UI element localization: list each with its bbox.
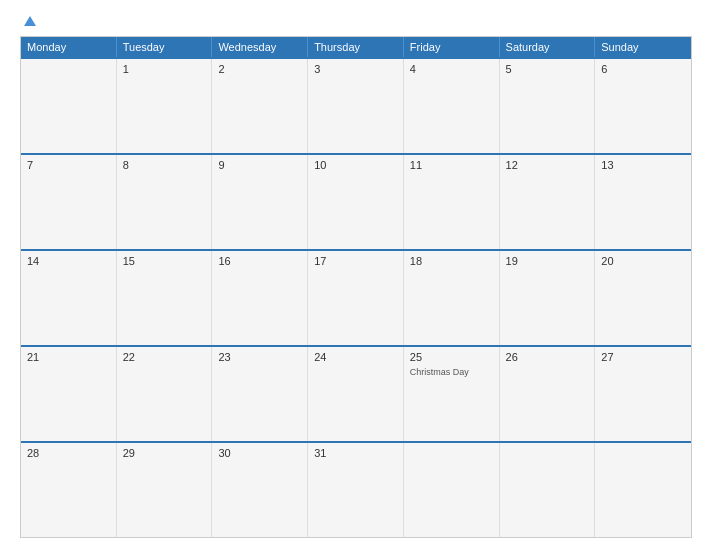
cal-cell bbox=[21, 59, 117, 153]
logo-blue-text bbox=[20, 16, 36, 26]
cal-cell: 8 bbox=[117, 155, 213, 249]
day-number: 18 bbox=[410, 255, 493, 267]
day-number: 30 bbox=[218, 447, 301, 459]
day-number: 15 bbox=[123, 255, 206, 267]
cal-cell: 28 bbox=[21, 443, 117, 537]
calendar-header-row: MondayTuesdayWednesdayThursdayFridaySatu… bbox=[21, 37, 691, 57]
cal-header-sunday: Sunday bbox=[595, 37, 691, 57]
calendar-week-3: 14151617181920 bbox=[21, 249, 691, 345]
day-number: 24 bbox=[314, 351, 397, 363]
day-number: 28 bbox=[27, 447, 110, 459]
day-number: 13 bbox=[601, 159, 685, 171]
day-number: 9 bbox=[218, 159, 301, 171]
day-number: 3 bbox=[314, 63, 397, 75]
cal-header-thursday: Thursday bbox=[308, 37, 404, 57]
cal-cell: 27 bbox=[595, 347, 691, 441]
day-number: 31 bbox=[314, 447, 397, 459]
cal-cell: 2 bbox=[212, 59, 308, 153]
cal-cell: 9 bbox=[212, 155, 308, 249]
cal-cell: 19 bbox=[500, 251, 596, 345]
cal-cell: 21 bbox=[21, 347, 117, 441]
header bbox=[20, 16, 692, 26]
cal-cell: 1 bbox=[117, 59, 213, 153]
logo-triangle-icon bbox=[24, 16, 36, 26]
day-event: Christmas Day bbox=[410, 367, 493, 377]
day-number: 8 bbox=[123, 159, 206, 171]
cal-cell: 11 bbox=[404, 155, 500, 249]
day-number: 7 bbox=[27, 159, 110, 171]
cal-cell: 17 bbox=[308, 251, 404, 345]
day-number: 5 bbox=[506, 63, 589, 75]
cal-cell bbox=[404, 443, 500, 537]
day-number: 21 bbox=[27, 351, 110, 363]
calendar-page: MondayTuesdayWednesdayThursdayFridaySatu… bbox=[0, 0, 712, 550]
day-number: 23 bbox=[218, 351, 301, 363]
cal-cell: 13 bbox=[595, 155, 691, 249]
cal-cell: 5 bbox=[500, 59, 596, 153]
cal-cell: 20 bbox=[595, 251, 691, 345]
cal-header-saturday: Saturday bbox=[500, 37, 596, 57]
cal-cell: 26 bbox=[500, 347, 596, 441]
cal-cell: 3 bbox=[308, 59, 404, 153]
cal-cell: 29 bbox=[117, 443, 213, 537]
cal-cell: 18 bbox=[404, 251, 500, 345]
day-number: 6 bbox=[601, 63, 685, 75]
day-number: 12 bbox=[506, 159, 589, 171]
cal-cell: 22 bbox=[117, 347, 213, 441]
cal-cell: 25Christmas Day bbox=[404, 347, 500, 441]
cal-cell bbox=[595, 443, 691, 537]
cal-cell: 14 bbox=[21, 251, 117, 345]
cal-cell: 15 bbox=[117, 251, 213, 345]
cal-cell: 4 bbox=[404, 59, 500, 153]
cal-cell: 30 bbox=[212, 443, 308, 537]
cal-cell: 31 bbox=[308, 443, 404, 537]
calendar-week-4: 2122232425Christmas Day2627 bbox=[21, 345, 691, 441]
day-number: 29 bbox=[123, 447, 206, 459]
cal-cell: 24 bbox=[308, 347, 404, 441]
day-number: 17 bbox=[314, 255, 397, 267]
calendar-grid: MondayTuesdayWednesdayThursdayFridaySatu… bbox=[20, 36, 692, 538]
cal-cell: 7 bbox=[21, 155, 117, 249]
day-number: 26 bbox=[506, 351, 589, 363]
cal-cell: 6 bbox=[595, 59, 691, 153]
cal-cell bbox=[500, 443, 596, 537]
cal-header-monday: Monday bbox=[21, 37, 117, 57]
logo bbox=[20, 16, 36, 26]
day-number: 1 bbox=[123, 63, 206, 75]
calendar-week-1: 123456 bbox=[21, 57, 691, 153]
day-number: 16 bbox=[218, 255, 301, 267]
cal-header-wednesday: Wednesday bbox=[212, 37, 308, 57]
calendar-week-5: 28293031 bbox=[21, 441, 691, 537]
day-number: 20 bbox=[601, 255, 685, 267]
cal-cell: 12 bbox=[500, 155, 596, 249]
day-number: 22 bbox=[123, 351, 206, 363]
cal-header-tuesday: Tuesday bbox=[117, 37, 213, 57]
day-number: 14 bbox=[27, 255, 110, 267]
cal-header-friday: Friday bbox=[404, 37, 500, 57]
day-number: 11 bbox=[410, 159, 493, 171]
day-number: 27 bbox=[601, 351, 685, 363]
day-number: 10 bbox=[314, 159, 397, 171]
day-number: 4 bbox=[410, 63, 493, 75]
day-number: 2 bbox=[218, 63, 301, 75]
day-number: 19 bbox=[506, 255, 589, 267]
cal-cell: 16 bbox=[212, 251, 308, 345]
calendar-week-2: 78910111213 bbox=[21, 153, 691, 249]
day-number: 25 bbox=[410, 351, 493, 363]
calendar-body: 1234567891011121314151617181920212223242… bbox=[21, 57, 691, 537]
cal-cell: 23 bbox=[212, 347, 308, 441]
cal-cell: 10 bbox=[308, 155, 404, 249]
